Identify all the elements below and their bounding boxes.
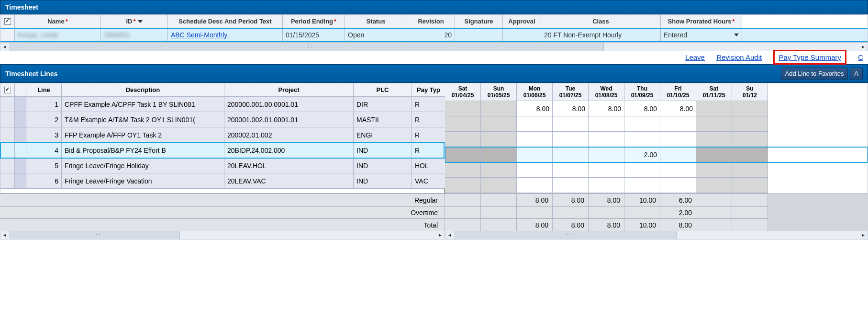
hours-cell[interactable]: [517, 147, 553, 162]
lines-right-hscroll[interactable]: ◄ ⋮⋮ ►: [445, 231, 868, 240]
col-day-0[interactable]: Sat01/04/25: [445, 83, 481, 101]
scroll-thumb[interactable]: ⋮⋮: [454, 231, 677, 239]
line-project[interactable]: 20LEAV.VAC: [224, 173, 354, 189]
line-project[interactable]: 20LEAV.HOL: [224, 158, 354, 173]
hours-cell[interactable]: [481, 116, 517, 132]
line-drag-handle[interactable]: [15, 112, 26, 127]
hours-cell[interactable]: [481, 178, 517, 193]
line-description[interactable]: FFP Example A/FFP OY1 Task 2: [62, 127, 224, 143]
line-project[interactable]: 200001.002.01.0001.01: [224, 112, 354, 127]
col-day-5[interactable]: Thu01/09/25: [624, 83, 660, 101]
col-revision[interactable]: Revision: [407, 15, 455, 28]
hours-cell[interactable]: [696, 147, 732, 162]
col-period-ending[interactable]: Period Ending*: [283, 15, 345, 28]
col-class[interactable]: Class: [541, 15, 661, 28]
col-day-6[interactable]: Fri01/10/25: [660, 83, 696, 101]
col-show-prorated[interactable]: Show Prorated Hours*: [661, 15, 742, 28]
scroll-right-icon[interactable]: ►: [859, 44, 868, 49]
line-drag-handle[interactable]: [15, 143, 26, 158]
col-day-2[interactable]: Mon01/06/25: [517, 83, 553, 101]
scroll-thumb[interactable]: ⋮⋮: [9, 231, 180, 239]
line-row-checkbox[interactable]: [0, 97, 15, 112]
hours-cell[interactable]: [624, 116, 660, 132]
revision-audit-link[interactable]: Revision Audit: [716, 53, 762, 61]
col-plc[interactable]: PLC: [354, 83, 412, 97]
leave-link[interactable]: Leave: [685, 53, 705, 61]
hours-cell[interactable]: [517, 162, 553, 178]
hours-cell[interactable]: [553, 162, 589, 178]
line-description[interactable]: Fringe Leave/Fringe Vacation: [62, 173, 224, 189]
cell-signature[interactable]: [455, 29, 503, 41]
hours-cell[interactable]: [445, 132, 481, 147]
col-signature[interactable]: Signature: [455, 15, 503, 28]
hours-cell[interactable]: [660, 116, 696, 132]
col-day-7[interactable]: Sat01/11/25: [696, 83, 732, 101]
hours-cell[interactable]: 8.00: [553, 101, 589, 116]
hours-cell[interactable]: 2.00: [624, 147, 660, 162]
line-pay-type[interactable]: HOL: [412, 158, 445, 173]
hours-cell[interactable]: 8.00: [517, 101, 553, 116]
line-row-checkbox[interactable]: [0, 158, 15, 173]
col-day-4[interactable]: Wed01/08/25: [589, 83, 624, 101]
hours-cell[interactable]: [517, 178, 553, 193]
line-row-checkbox[interactable]: [0, 173, 15, 189]
line-plc[interactable]: IND: [354, 173, 412, 189]
scroll-thumb[interactable]: ⋮⋮: [9, 43, 604, 51]
line-description[interactable]: T&M Example A/T&M Task 2 OY1 SLIN001(: [62, 112, 224, 127]
hours-cell[interactable]: [481, 162, 517, 178]
row-checkbox[interactable]: [0, 29, 15, 41]
cell-show-prorated[interactable]: Entered: [661, 29, 742, 41]
hours-cell[interactable]: [481, 101, 517, 116]
col-schedule[interactable]: Schedule Desc And Period Text: [168, 15, 283, 28]
hours-cell[interactable]: [660, 162, 696, 178]
hours-cell[interactable]: [553, 116, 589, 132]
line-row[interactable]: 5Fringe Leave/Fringe Holiday20LEAV.HOLIN…: [0, 158, 444, 173]
col-day-8[interactable]: Su01/12: [732, 83, 768, 101]
line-drag-handle[interactable]: [15, 97, 26, 112]
line-plc[interactable]: ENGI: [354, 127, 412, 143]
hours-cell[interactable]: [696, 162, 732, 178]
cell-status[interactable]: Open: [345, 29, 407, 41]
line-plc[interactable]: DIR: [354, 97, 412, 112]
line-drag-handle[interactable]: [15, 173, 26, 189]
hours-cell[interactable]: [732, 147, 768, 162]
hours-cell[interactable]: [553, 132, 589, 147]
lines-left-hscroll[interactable]: ◄ ⋮⋮ ►: [0, 231, 445, 240]
schedule-link[interactable]: ABC Semi-Monthly: [171, 31, 227, 39]
line-row-checkbox[interactable]: [0, 127, 15, 143]
line-row-checkbox[interactable]: [0, 112, 15, 127]
line-row[interactable]: 4Bid & Proposal/B&P FY24 Effort B20BIDP.…: [0, 143, 444, 158]
hours-cell[interactable]: [481, 132, 517, 147]
hours-cell[interactable]: [732, 162, 768, 178]
header-hscroll[interactable]: ◄ ⋮⋮ ►: [0, 43, 868, 51]
col-id[interactable]: ID*: [101, 15, 168, 28]
hours-cell[interactable]: [589, 178, 624, 193]
line-row[interactable]: 3FFP Example A/FFP OY1 Task 2200002.01.0…: [0, 127, 444, 143]
hours-cell[interactable]: [445, 101, 481, 116]
hours-cell[interactable]: [624, 162, 660, 178]
hours-cell[interactable]: [624, 178, 660, 193]
line-row[interactable]: 1CPFF Example A/CPFF Task 1 BY SLIN00120…: [0, 97, 444, 112]
col-line[interactable]: Line: [26, 83, 62, 97]
line-project[interactable]: 20BIDP.24.002.000: [224, 143, 354, 158]
hours-cell[interactable]: [445, 116, 481, 132]
line-row[interactable]: 6Fringe Leave/Fringe Vacation20LEAV.VACI…: [0, 173, 444, 189]
hours-cell[interactable]: [589, 116, 624, 132]
hours-cell[interactable]: [589, 162, 624, 178]
col-day-1[interactable]: Sun01/05/25: [481, 83, 517, 101]
scroll-right-icon[interactable]: ►: [436, 232, 445, 238]
hours-cell[interactable]: [624, 132, 660, 147]
hours-cell[interactable]: [589, 147, 624, 162]
line-plc[interactable]: IND: [354, 158, 412, 173]
cell-revision[interactable]: 20: [407, 29, 455, 41]
add-line-favorites-button[interactable]: Add Line to Favorites: [781, 68, 848, 80]
hours-cell[interactable]: 8.00: [624, 101, 660, 116]
hours-cell[interactable]: [445, 162, 481, 178]
line-description[interactable]: Fringe Leave/Fringe Holiday: [62, 158, 224, 173]
line-description[interactable]: CPFF Example A/CPFF Task 1 BY SLIN001: [62, 97, 224, 112]
line-pay-type[interactable]: R: [412, 143, 445, 158]
line-plc[interactable]: MASTII: [354, 112, 412, 127]
hours-cell[interactable]: [660, 147, 696, 162]
line-pay-type[interactable]: R: [412, 112, 445, 127]
cell-name[interactable]: Knope, Leslie: [15, 29, 101, 41]
